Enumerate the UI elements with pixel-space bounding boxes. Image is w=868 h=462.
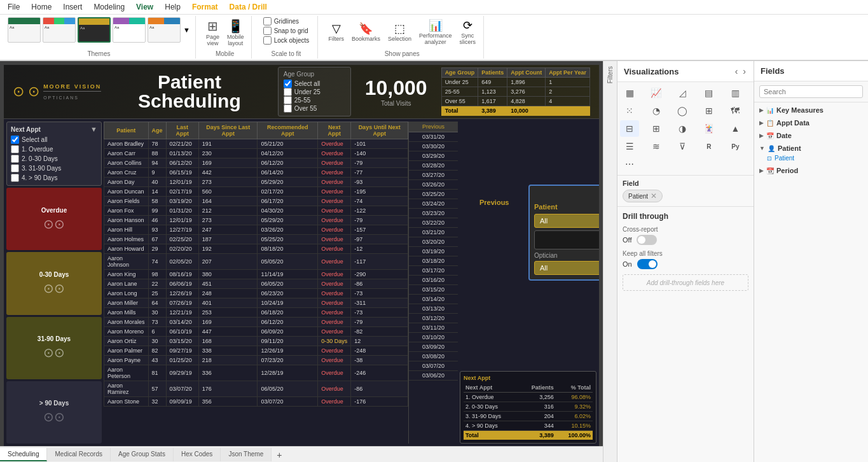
- keep-filters-toggle[interactable]: [637, 259, 658, 269]
- viz-area-chart-icon[interactable]: ◿: [673, 85, 692, 101]
- viz-prev-arrow[interactable]: ‹: [734, 66, 740, 76]
- age-group-select-all[interactable]: Select all: [284, 80, 345, 88]
- card-3190days[interactable]: 31-90 Days ⊙⊙: [6, 317, 102, 379]
- viz-bar-chart-icon[interactable]: ▦: [620, 85, 639, 101]
- theme-box-5[interactable]: Aa: [148, 17, 181, 43]
- patient-search-area[interactable]: [534, 230, 599, 249]
- theme-box-2[interactable]: Aa: [43, 17, 76, 43]
- table-row[interactable]: Aaron Peterson8109/29/1933612/28/19Overd…: [104, 365, 408, 381]
- table-row[interactable]: Aaron Fields5803/19/2016406/17/20Overdue…: [104, 197, 408, 206]
- viz-slicer-icon[interactable]: ☰: [620, 138, 639, 155]
- page-view-btn[interactable]: ⊞ Page view: [203, 17, 222, 48]
- field-tag[interactable]: Patient ✕: [623, 190, 663, 202]
- age-group-25-55[interactable]: 25-55: [284, 96, 345, 104]
- fields-group-appt-data-header[interactable]: ▶ 📋 Appt Data: [757, 118, 865, 128]
- viz-stacked-bar-icon[interactable]: ▤: [699, 85, 719, 101]
- table-row[interactable]: Aaron Cruz906/15/1944206/14/20Overdue-77: [104, 168, 408, 178]
- fields-group-period-header[interactable]: ▶ 📆 Period: [757, 165, 865, 176]
- viz-matrix-icon[interactable]: ⊞: [647, 120, 666, 137]
- viz-more-icon[interactable]: ⋯: [620, 156, 639, 172]
- next-appt-overdue[interactable]: 1. Overdue: [11, 145, 97, 153]
- table-row[interactable]: Aaron Mills3012/21/1925306/18/20Overdue-…: [104, 308, 408, 318]
- selection-btn[interactable]: ⬚ Selection: [385, 20, 414, 43]
- field-tag-remove[interactable]: ✕: [651, 192, 657, 200]
- theme-box-3[interactable]: Aa: [78, 17, 111, 43]
- optician-dropdown[interactable]: All ▼: [534, 261, 599, 275]
- table-row[interactable]: Aaron Palmer8209/27/1933812/26/19Overdue…: [104, 346, 408, 356]
- next-appt-3190[interactable]: 3. 31-90 Days: [11, 164, 97, 172]
- filters-btn[interactable]: ▽ Filters: [326, 20, 347, 43]
- table-row[interactable]: Aaron Morales7303/14/2016906/12/20Overdu…: [104, 318, 408, 327]
- table-row[interactable]: Aaron Duncan1402/17/1956002/17/20Overdue…: [104, 187, 408, 197]
- tab-scheduling[interactable]: Scheduling: [0, 448, 47, 461]
- table-row[interactable]: Aaron Ortiz3003/15/2016809/11/200-30 Day…: [104, 337, 408, 346]
- card-030days[interactable]: 0-30 Days ⊙⊙: [6, 252, 102, 314]
- table-row[interactable]: Aaron Hanson4612/01/1927305/29/20Overdue…: [104, 216, 408, 225]
- fields-group-date-header[interactable]: ▶ 📅 Date: [757, 130, 865, 141]
- sync-slicers-btn[interactable]: ⟳ Syncslicers: [457, 17, 479, 46]
- table-row[interactable]: Aaron Carr8801/13/2023004/12/20Overdue-1…: [104, 149, 408, 158]
- fields-group-key-measures-header[interactable]: ▶ 📊 Key Measures: [757, 105, 865, 115]
- table-row[interactable]: Aaron Lane2206/06/1945106/05/20Overdue-8…: [104, 279, 408, 289]
- table-row[interactable]: Aaron Miller6407/26/1940110/24/19Overdue…: [104, 298, 408, 308]
- performance-btn[interactable]: 📊 Performanceanalyzer: [417, 17, 455, 46]
- fields-item-patient[interactable]: ⊡ Patient: [757, 153, 865, 163]
- patient-dropdown[interactable]: All ▼: [534, 214, 599, 228]
- viz-card-icon[interactable]: 🃏: [699, 120, 719, 137]
- viz-line-chart-icon[interactable]: 📈: [647, 85, 666, 101]
- mobile-layout-btn[interactable]: 📱 Mobilelayout: [224, 17, 247, 48]
- table-row[interactable]: Aaron Day4012/01/1927305/29/20Overdue-93: [104, 178, 408, 187]
- viz-funnel-icon[interactable]: ⊽: [673, 138, 692, 155]
- card-90plus[interactable]: > 90 Days ⊙⊙: [6, 381, 102, 444]
- table-row[interactable]: Aaron Moreno606/10/1944706/09/20Overdue-…: [104, 327, 408, 337]
- menu-format[interactable]: Format: [187, 1, 223, 13]
- viz-kpi-icon[interactable]: ▲: [726, 120, 745, 137]
- gridlines-check[interactable]: Gridlines: [263, 17, 310, 25]
- viz-treemap-icon[interactable]: ⊞: [699, 102, 719, 119]
- next-appt-90plus[interactable]: 4. > 90 Days: [11, 174, 97, 182]
- menu-modeling[interactable]: Modeling: [88, 1, 130, 13]
- age-group-over55[interactable]: Over 55: [284, 104, 345, 113]
- next-appt-select-all[interactable]: Select all: [11, 136, 97, 144]
- table-row[interactable]: Aaron Collins9406/12/2016906/12/20Overdu…: [104, 158, 408, 168]
- menu-help[interactable]: Help: [160, 1, 186, 13]
- viz-map-icon[interactable]: 🗺: [726, 102, 745, 119]
- menu-home[interactable]: Home: [26, 1, 57, 13]
- menu-view[interactable]: View: [131, 1, 158, 13]
- viz-pie-icon[interactable]: ◔: [647, 102, 666, 119]
- menu-insert[interactable]: Insert: [58, 1, 87, 13]
- viz-python-icon[interactable]: Py: [726, 138, 745, 155]
- themes-more-arrow[interactable]: ▼: [183, 26, 190, 34]
- age-group-under25[interactable]: Under 25: [284, 88, 345, 96]
- viz-table-icon[interactable]: ⊟: [620, 120, 639, 137]
- lock-objects-check[interactable]: Lock objects: [263, 36, 310, 45]
- menu-data-drill[interactable]: Data / Drill: [224, 1, 272, 13]
- menu-file[interactable]: File: [3, 1, 25, 13]
- viz-waterfall-icon[interactable]: ≋: [647, 138, 666, 155]
- tab-hex-codes[interactable]: Hex Codes: [174, 448, 221, 461]
- snap-to-grid-check[interactable]: Snap to grid: [263, 27, 310, 35]
- data-table-scroll[interactable]: Patient Age Last Appt Days Since Last Ap…: [104, 122, 408, 444]
- viz-100-bar-icon[interactable]: ▥: [726, 85, 745, 101]
- table-row[interactable]: Aaron Holmes6702/25/2018705/25/20Overdue…: [104, 235, 408, 244]
- table-row[interactable]: Aaron Stone3209/09/1935603/07/20Overdue-…: [104, 397, 408, 407]
- next-appt-chevron[interactable]: ▼: [90, 125, 97, 133]
- fields-search-input[interactable]: [759, 85, 863, 98]
- theme-box-1[interactable]: Aa: [8, 17, 41, 43]
- tab-json-theme[interactable]: Json Theme: [221, 448, 272, 461]
- table-row[interactable]: Aaron King9808/16/1938011/14/19Overdue-2…: [104, 270, 408, 279]
- table-row[interactable]: Aaron Ramirez5703/07/2017606/05/20Overdu…: [104, 381, 408, 397]
- viz-next-arrow[interactable]: ›: [741, 66, 747, 76]
- add-tab-button[interactable]: +: [272, 447, 287, 463]
- viz-r-icon[interactable]: R: [699, 138, 719, 155]
- table-row[interactable]: Aaron Bradley7802/21/2019105/21/20Overdu…: [104, 139, 408, 149]
- next-appt-030[interactable]: 2. 0-30 Days: [11, 155, 97, 163]
- card-overdue[interactable]: Overdue ⊙⊙: [6, 188, 102, 250]
- table-row[interactable]: Aaron Payne4301/25/2021807/23/20Overdue-…: [104, 356, 408, 365]
- viz-gauge-icon[interactable]: ◑: [673, 120, 692, 137]
- table-row[interactable]: Aaron Howard2902/20/2019208/18/20Overdue…: [104, 244, 408, 254]
- fields-group-patient-header[interactable]: ▼ 👤 Patient: [757, 143, 865, 153]
- tab-medical-records[interactable]: Medical Records: [47, 448, 110, 461]
- theme-box-4[interactable]: Aa: [113, 17, 146, 43]
- bookmarks-btn[interactable]: 🔖 Bookmarks: [349, 20, 383, 43]
